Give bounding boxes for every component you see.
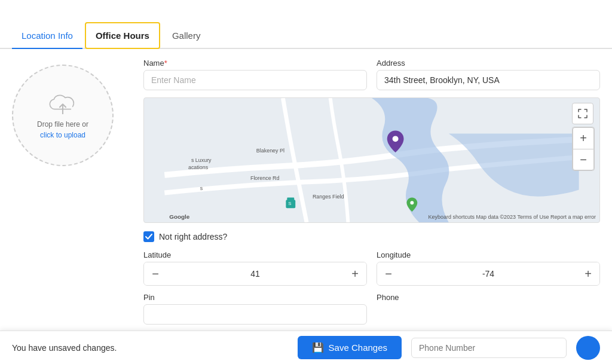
upload-panel: Drop file here or click to upload [12,59,131,354]
save-changes-label: Save Changes [329,342,387,353]
form-panel: Name* Address [143,59,600,354]
svg-text:s Luxury: s Luxury [191,157,212,163]
pin-group: Pin [143,293,367,325]
map-zoom-group: + − [572,127,595,171]
content-area: Drop file here or click to upload Name* … [0,49,612,364]
name-label: Name* [143,59,367,68]
map-attribution: Keyboard shortcuts Map data ©2023 Terms … [428,214,596,220]
phone-label: Phone [377,293,600,302]
map-container[interactable]: s Luxury acations Blakeney Pl Florence R… [143,97,600,223]
map-svg: s Luxury acations Blakeney Pl Florence R… [144,98,599,222]
latitude-label: Latitude [143,250,367,259]
tabs-bar: Location Info Office Hours Gallery [0,0,612,49]
phone-group: Phone [377,293,600,325]
address-checkbox[interactable] [143,231,154,242]
svg-text:acations: acations [188,164,209,170]
phone-number-input[interactable] [411,338,567,358]
address-input[interactable] [377,70,600,90]
svg-text:S: S [288,201,291,206]
longitude-group: Longitude − + [377,250,600,286]
upload-dropzone[interactable]: Drop file here or click to upload [12,65,114,166]
name-input[interactable] [143,70,367,90]
longitude-minus-button[interactable]: − [377,262,400,285]
latitude-value[interactable] [167,269,344,279]
map-zoom-in-button[interactable]: + [573,127,594,149]
latitude-plus-button[interactable]: + [344,262,366,285]
latitude-input-row: − + [143,262,367,286]
latitude-minus-button[interactable]: − [144,262,167,285]
tab-office-hours[interactable]: Office Hours [85,22,160,49]
main-container: Location Info Office Hours Gallery Drop … [0,0,612,364]
address-group: Address [377,59,600,90]
latitude-group: Latitude − + [143,250,367,286]
svg-text:s: s [200,185,203,191]
name-group: Name* [143,59,367,90]
save-changes-button[interactable]: 💾 Save Changes [298,336,402,359]
map-controls: + − [572,103,595,171]
map-fullscreen-button[interactable] [572,103,593,124]
cloud-upload-icon [48,90,78,114]
longitude-input-row: − + [377,262,600,286]
address-label: Address [377,59,600,68]
svg-text:Blakeney Pl: Blakeney Pl [256,148,284,154]
map-zoom-out-button[interactable]: − [573,149,594,170]
longitude-label: Longitude [377,250,600,259]
tab-location-info[interactable]: Location Info [12,23,82,49]
save-icon: 💾 [312,342,324,353]
coord-row: Latitude − + Longitude − + [143,250,600,286]
svg-text:Florence Rd: Florence Rd [250,175,280,181]
longitude-plus-button[interactable]: + [577,262,599,285]
unsaved-changes-text: You have unsaved changes. [12,343,288,353]
notification-bar: You have unsaved changes. 💾 Save Changes [0,331,612,364]
upload-link[interactable]: click to upload [40,131,85,139]
svg-point-12 [410,201,414,204]
svg-text:Ranges Field: Ranges Field [313,194,344,200]
pin-label: Pin [143,293,367,302]
svg-point-8 [393,136,399,142]
not-right-address-label: Not right address? [159,232,227,241]
longitude-value[interactable] [400,269,577,279]
address-check-row: Not right address? [143,230,600,243]
pin-phone-row: Pin Phone [143,293,600,325]
avatar [576,336,600,360]
pin-select[interactable] [143,304,367,325]
svg-text:Google: Google [169,213,190,220]
tab-gallery[interactable]: Gallery [163,23,210,49]
name-address-row: Name* Address [143,59,600,90]
upload-drop-text: Drop file here or click to upload [37,119,88,140]
